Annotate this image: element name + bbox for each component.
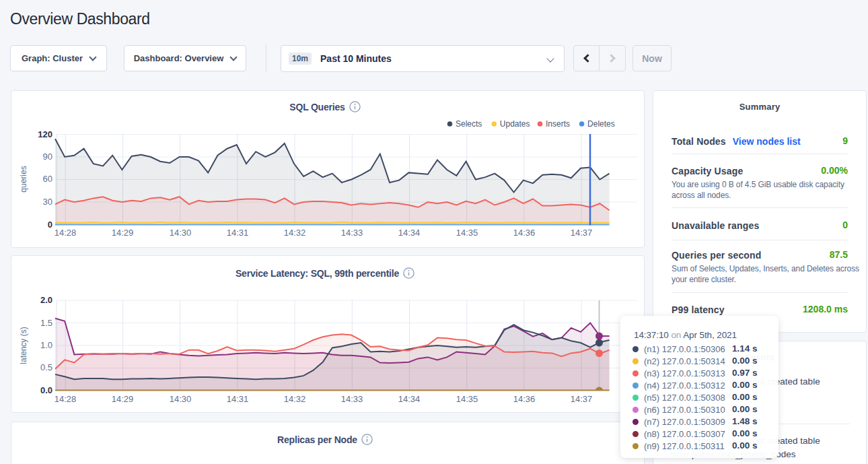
svg-text:14:35: 14:35 bbox=[456, 394, 478, 404]
svg-text:14:35: 14:35 bbox=[456, 228, 478, 238]
svg-text:14:30: 14:30 bbox=[170, 228, 192, 238]
svg-text:1.5: 1.5 bbox=[40, 318, 52, 328]
svg-text:Inserts: Inserts bbox=[546, 119, 570, 129]
svg-text:14:37: 14:37 bbox=[571, 228, 593, 238]
svg-text:14:31: 14:31 bbox=[227, 228, 249, 238]
svg-text:14:32: 14:32 bbox=[284, 228, 306, 238]
svg-text:14:28: 14:28 bbox=[55, 394, 77, 404]
svg-text:90: 90 bbox=[43, 152, 52, 162]
svg-text:30: 30 bbox=[43, 197, 52, 207]
svg-text:14:36: 14:36 bbox=[513, 228, 536, 238]
svg-text:0.0: 0.0 bbox=[40, 385, 52, 395]
svg-text:0.5: 0.5 bbox=[40, 362, 52, 372]
svg-text:0: 0 bbox=[48, 220, 52, 230]
svg-text:14:29: 14:29 bbox=[112, 394, 134, 404]
svg-text:Updates: Updates bbox=[500, 119, 530, 129]
svg-text:120: 120 bbox=[38, 129, 52, 139]
svg-text:2.0: 2.0 bbox=[40, 295, 52, 305]
svg-text:14:33: 14:33 bbox=[341, 394, 363, 404]
svg-text:Selects: Selects bbox=[456, 119, 482, 129]
svg-text:14:36: 14:36 bbox=[513, 394, 536, 404]
svg-text:60: 60 bbox=[43, 174, 52, 184]
svg-text:14:28: 14:28 bbox=[55, 228, 77, 238]
svg-text:14:33: 14:33 bbox=[341, 228, 363, 238]
svg-text:14:31: 14:31 bbox=[227, 394, 249, 404]
svg-text:14:34: 14:34 bbox=[398, 228, 421, 238]
svg-text:14:37: 14:37 bbox=[571, 394, 593, 404]
svg-text:14:30: 14:30 bbox=[170, 394, 192, 404]
svg-text:queries: queries bbox=[19, 166, 28, 192]
svg-text:14:29: 14:29 bbox=[112, 228, 134, 238]
svg-text:Deletes: Deletes bbox=[587, 119, 615, 129]
svg-text:1.0: 1.0 bbox=[40, 340, 52, 350]
svg-text:14:34: 14:34 bbox=[398, 394, 421, 404]
svg-text:14:32: 14:32 bbox=[284, 394, 306, 404]
svg-text:latency (s): latency (s) bbox=[19, 327, 28, 364]
